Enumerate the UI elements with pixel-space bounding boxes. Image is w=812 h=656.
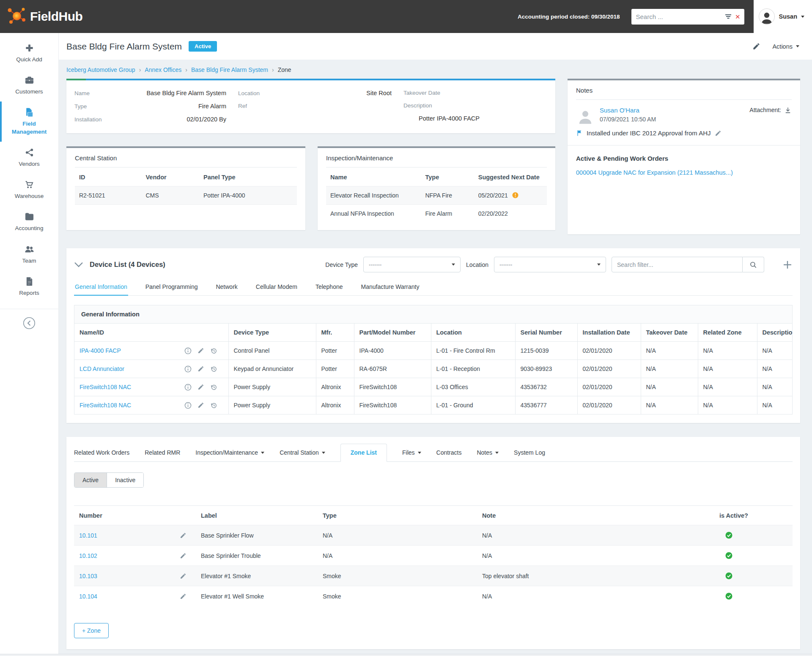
- tab-manufacture-warranty[interactable]: Manufacture Warranty: [360, 279, 420, 295]
- sidebar-item-customers[interactable]: Customers: [0, 69, 58, 102]
- column-header: is Active?: [714, 506, 793, 525]
- zone-number-link[interactable]: 10.102: [79, 552, 97, 559]
- device-type-select[interactable]: -------: [363, 257, 461, 272]
- plus-icon: [25, 43, 34, 53]
- tab-contracts[interactable]: Contracts: [436, 444, 462, 461]
- device-type-label: Device Type: [325, 261, 358, 268]
- sidebar-collapse-button[interactable]: [0, 309, 58, 337]
- tab-notes[interactable]: Notes: [477, 444, 499, 461]
- note-timestamp: 07/09/2021 10:50 AM: [600, 116, 656, 123]
- device-name-link[interactable]: LCD Annunciator: [80, 365, 124, 372]
- people-icon: [25, 244, 34, 254]
- add-device-button[interactable]: [782, 260, 793, 270]
- table-row: Elevator Recall Inspection NFPA Fire 05/…: [326, 187, 547, 205]
- device-list-title: Device List (4 Devices): [90, 261, 165, 269]
- tab-telephone[interactable]: Telephone: [315, 279, 344, 295]
- filter-active-button[interactable]: Active: [74, 473, 107, 487]
- edit-zone-icon[interactable]: [180, 573, 187, 579]
- breadcrumb-link[interactable]: Iceberg Automotive Group: [66, 66, 135, 73]
- description-value: Potter IPA-4000 FACP: [403, 112, 547, 122]
- general-information-panel: General Information Name/ID Device Type: [74, 305, 793, 414]
- info-icon[interactable]: [184, 402, 192, 409]
- zone-number-link[interactable]: 10.104: [79, 593, 97, 600]
- sidebar-item-quick-add[interactable]: Quick Add: [0, 37, 58, 69]
- zone-number-link[interactable]: 10.101: [79, 532, 97, 539]
- search-filter-icon[interactable]: [725, 14, 732, 19]
- edit-icon[interactable]: [198, 384, 204, 390]
- page-header: Base Bldg Fire Alarm System Active Actio…: [59, 33, 812, 60]
- caret-down-icon: [495, 452, 499, 454]
- status-badge: Active: [189, 41, 217, 52]
- global-search-input[interactable]: [636, 13, 721, 20]
- info-icon[interactable]: [184, 384, 192, 391]
- tab-general-information[interactable]: General Information: [74, 279, 128, 296]
- history-icon[interactable]: [210, 384, 217, 391]
- sidebar-item-team[interactable]: Team: [0, 239, 58, 271]
- column-header: Part/Model Number: [354, 324, 431, 342]
- user-menu[interactable]: Susan: [754, 0, 812, 33]
- breadcrumb-link[interactable]: Base Bldg Fire Alarm System: [191, 66, 268, 73]
- add-zone-button[interactable]: + Zone: [74, 623, 109, 638]
- tab-files[interactable]: Files: [402, 444, 421, 461]
- edit-icon[interactable]: [198, 347, 204, 354]
- sidebar: Quick Add Customers Field Management Ven…: [0, 33, 59, 656]
- sidebar-item-field-management[interactable]: Field Management: [0, 102, 58, 141]
- active-check-icon: [719, 572, 787, 579]
- tab-inspection-maintenance[interactable]: Inspection/Maintenance: [195, 444, 264, 461]
- column-header: Mfr.: [316, 324, 354, 342]
- caret-down-icon: [322, 452, 325, 454]
- location-select[interactable]: -------: [494, 257, 606, 272]
- sidebar-item-accounting[interactable]: Accounting: [0, 206, 58, 238]
- note-author-link[interactable]: Susan O'Hara: [600, 107, 656, 114]
- device-name-link[interactable]: FireSwitch108 NAC: [80, 402, 131, 409]
- edit-zone-icon[interactable]: [180, 593, 187, 600]
- tab-network[interactable]: Network: [215, 279, 238, 295]
- related-tabs: Related Work Orders Related RMR Inspecti…: [74, 442, 793, 462]
- brand[interactable]: FieldHub: [0, 6, 82, 27]
- inspection-maintenance-card: Inspection/Maintenance Name Type Suggest…: [318, 146, 555, 230]
- actions-button[interactable]: Actions: [772, 43, 799, 50]
- chevron-down-icon[interactable]: [74, 262, 83, 268]
- edit-system-icon[interactable]: [752, 42, 760, 50]
- work-order-link[interactable]: 000004 Upgrade NAC for Expansion (2121 M…: [576, 169, 792, 176]
- clear-search-icon[interactable]: ✕: [735, 14, 741, 20]
- sidebar-item-warehouse[interactable]: Warehouse: [0, 174, 58, 206]
- tab-zone-list[interactable]: Zone List: [340, 444, 387, 462]
- horizontal-scrollbar[interactable]: [0, 654, 812, 656]
- edit-note-icon[interactable]: [715, 130, 721, 137]
- info-icon[interactable]: [184, 347, 192, 354]
- report-file-icon: [25, 277, 34, 286]
- edit-icon[interactable]: [198, 365, 204, 372]
- edit-zone-icon[interactable]: [180, 552, 187, 559]
- edit-zone-icon[interactable]: [180, 532, 187, 539]
- plus-icon: [782, 260, 793, 270]
- filter-inactive-button[interactable]: Inactive: [107, 473, 143, 487]
- device-name-link[interactable]: IPA-4000 FACP: [80, 347, 121, 354]
- device-filter-input[interactable]: [612, 257, 743, 272]
- device-name-link[interactable]: FireSwitch108 NAC: [80, 384, 131, 390]
- history-icon[interactable]: [210, 365, 217, 373]
- history-icon[interactable]: [210, 402, 217, 409]
- edit-icon[interactable]: [198, 402, 204, 409]
- tab-panel-programming[interactable]: Panel Programming: [145, 279, 199, 295]
- folder-icon: [25, 212, 34, 222]
- zone-status-toggle: Active Inactive: [74, 472, 144, 488]
- zone-number-link[interactable]: 10.103: [79, 573, 97, 579]
- info-icon[interactable]: [184, 365, 192, 373]
- download-icon[interactable]: [784, 107, 792, 114]
- system-info-card: NameBase Bldg Fire Alarm System TypeFire…: [66, 79, 555, 133]
- field-management-icon: [25, 107, 34, 117]
- search-button[interactable]: [743, 257, 764, 272]
- tab-related-work-orders[interactable]: Related Work Orders: [74, 444, 129, 461]
- tab-cellular-modem[interactable]: Cellular Modem: [255, 279, 298, 295]
- notes-title: Notes: [576, 87, 792, 100]
- tab-system-log[interactable]: System Log: [514, 444, 545, 461]
- warning-icon: [512, 192, 518, 198]
- central-station-card: Central Station ID Vendor Panel Type: [66, 146, 305, 230]
- tab-related-rmr[interactable]: Related RMR: [145, 444, 180, 461]
- sidebar-item-reports[interactable]: Reports: [0, 271, 58, 303]
- sidebar-item-vendors[interactable]: Vendors: [0, 142, 58, 174]
- tab-central-station[interactable]: Central Station: [280, 444, 325, 461]
- breadcrumb-link[interactable]: Annex Offices: [145, 66, 181, 73]
- history-icon[interactable]: [210, 347, 217, 354]
